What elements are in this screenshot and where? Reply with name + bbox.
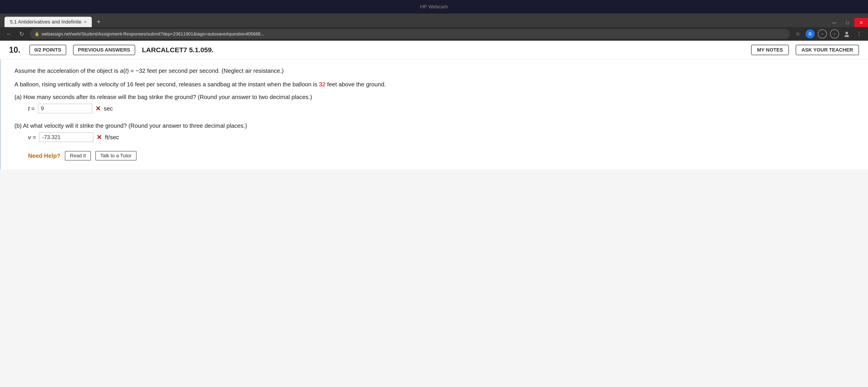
part-a-input-label: t =	[28, 105, 35, 112]
reload-button[interactable]: ↻	[17, 29, 26, 38]
menu-dots-button[interactable]: ⋮	[855, 29, 864, 38]
problem-line-2-highlight: 32	[319, 81, 326, 88]
circle-button-1[interactable]: ○	[818, 29, 827, 38]
profile-button[interactable]	[842, 29, 851, 38]
points-badge[interactable]: 0/2 POINTS	[29, 45, 66, 55]
part-b-input[interactable]	[39, 132, 93, 142]
part-b-input-row: v = ✕ ft/sec	[28, 132, 855, 142]
need-help-label: Need Help?	[28, 152, 60, 159]
problem-line-2-suffix: feet above the ground.	[326, 81, 386, 88]
part-a-unit: sec	[104, 105, 113, 112]
part-a-label: (a) How many seconds after its release w…	[14, 94, 855, 100]
part-b-incorrect-icon: ✕	[96, 133, 102, 141]
read-it-button[interactable]: Read It	[65, 151, 91, 160]
problem-line-2-prefix: A balloon, rising vertically with a velo…	[14, 81, 319, 88]
problem-line-2: A balloon, rising vertically with a velo…	[14, 80, 855, 89]
minimize-button[interactable]: —	[827, 18, 841, 27]
problem-line-1-math3: ) = −32	[127, 67, 145, 74]
page-content: 10. 0/2 POINTS PREVIOUS ANSWERS LARCALCE…	[0, 41, 868, 387]
tab-title: 5.1 Antiderivatives and Indefinite	[10, 19, 82, 25]
tab-bar: 5.1 Antiderivatives and Indefinite × + —…	[0, 13, 868, 27]
browser-tab[interactable]: 5.1 Antiderivatives and Indefinite ×	[4, 17, 92, 27]
address-text: webassign.net/web/Student/Assignment-Res…	[41, 31, 785, 37]
lock-icon: 🔒	[34, 31, 39, 36]
webcam-label: HP Webcam	[420, 4, 448, 10]
address-bar-row: ← ↻ 🔒 webassign.net/web/Student/Assignme…	[0, 27, 868, 41]
need-help-section: Need Help? Read It Talk to a Tutor	[14, 151, 855, 160]
problem-line-1-suffix: feet per second per second. (Neglect air…	[146, 67, 284, 74]
close-button[interactable]: ✕	[855, 18, 868, 27]
tab-close-icon[interactable]: ×	[84, 20, 87, 25]
assignment-code: LARCALCET7 5.1.059.	[142, 46, 744, 54]
part-a-input[interactable]	[38, 104, 92, 113]
svg-point-0	[845, 32, 848, 34]
address-bar[interactable]: 🔒 webassign.net/web/Student/Assignment-R…	[30, 29, 790, 39]
ask-teacher-button[interactable]: ASK YOUR TEACHER	[796, 45, 859, 55]
problem-line-1: Assume the acceleration of the object is…	[14, 66, 855, 76]
circle-button-2[interactable]: ○	[830, 29, 839, 38]
google-button[interactable]: G	[806, 29, 815, 38]
my-notes-button[interactable]: MY NOTES	[751, 45, 789, 55]
problem-line-1-prefix: Assume the acceleration of the object is	[14, 67, 120, 74]
back-button[interactable]: ←	[4, 29, 13, 38]
svg-point-1	[844, 35, 849, 37]
part-b-input-label: v =	[28, 134, 36, 141]
problem-math: a	[120, 67, 123, 74]
part-a-incorrect-icon: ✕	[95, 105, 101, 112]
part-b-unit: ft/sec	[105, 134, 119, 141]
problem-line-1-math2: (	[123, 67, 125, 74]
window-controls: — □ ✕	[827, 18, 868, 27]
talk-to-tutor-button[interactable]: Talk to a Tutor	[95, 151, 136, 160]
maximize-button[interactable]: □	[841, 18, 855, 27]
browser-chrome: 5.1 Antiderivatives and Indefinite × + —…	[0, 13, 868, 41]
part-a-input-row: t = ✕ sec	[28, 104, 855, 113]
question-number: 10.	[9, 45, 23, 55]
title-bar: HP Webcam	[0, 0, 868, 13]
previous-answers-button[interactable]: PREVIOUS ANSWERS	[73, 45, 135, 55]
part-b-label: (b) At what velocity will it strike the …	[14, 122, 855, 129]
question-body: Assume the acceleration of the object is…	[0, 59, 868, 170]
new-tab-button[interactable]: +	[94, 17, 103, 26]
question-header: 10. 0/2 POINTS PREVIOUS ANSWERS LARCALCE…	[0, 41, 868, 59]
bookmark-button[interactable]: ☆	[794, 29, 802, 38]
browser-actions: ☆ G ○ ○ ⋮	[794, 29, 864, 38]
